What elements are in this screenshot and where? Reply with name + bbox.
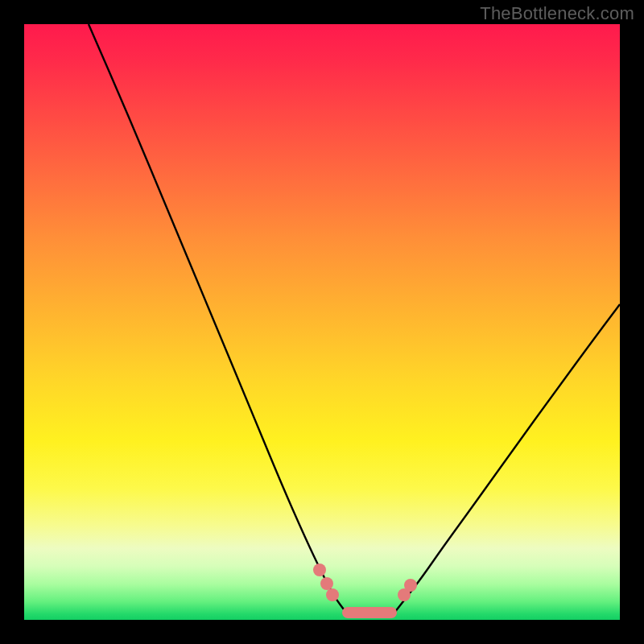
curve-markers — [313, 564, 417, 601]
marker-dot — [313, 564, 326, 576]
marker-dot — [326, 588, 339, 601]
watermark-text: TheBottleneck.com — [480, 3, 634, 24]
curve-right-branch — [394, 304, 620, 613]
curve-left-branch — [89, 24, 346, 613]
marker-dot — [404, 579, 417, 592]
chart-svg — [24, 24, 620, 620]
chart-plot-area — [24, 24, 620, 620]
curve-base-bar — [342, 607, 397, 618]
marker-dot — [320, 577, 333, 590]
